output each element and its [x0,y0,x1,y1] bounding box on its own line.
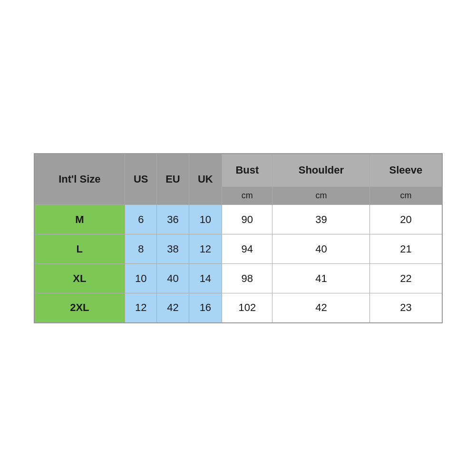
uk-header: UK [189,154,222,205]
shoulder-unit: cm [272,187,370,205]
sleeve-m: 20 [370,205,442,234]
size-chart-table: Int'l Size US EU UK Bust Shoulder Sleeve… [34,153,443,323]
eu-header: EU [157,154,189,205]
intl-size-xl: XL [34,264,125,293]
sleeve-header: Sleeve [370,154,442,187]
table-row: L 8 38 12 94 40 21 [34,234,442,264]
intl-size-2xl: 2XL [34,293,125,323]
us-size-m: 6 [125,205,157,234]
us-size-l: 8 [125,234,157,264]
bust-m: 90 [222,205,272,234]
shoulder-xl: 41 [272,264,370,293]
table-row: 2XL 12 42 16 102 42 23 [34,293,442,323]
uk-size-2xl: 16 [189,293,222,323]
uk-size-m: 10 [189,205,222,234]
eu-size-xl: 40 [157,264,189,293]
shoulder-header: Shoulder [272,154,370,187]
sleeve-unit: cm [370,187,442,205]
sleeve-xl: 22 [370,264,442,293]
intl-size-header: Int'l Size [34,154,125,205]
us-header: US [125,154,157,205]
table-row: M 6 36 10 90 39 20 [34,205,442,234]
bust-2xl: 102 [222,293,272,323]
size-chart-container: Int'l Size US EU UK Bust Shoulder Sleeve… [34,153,443,323]
bust-unit: cm [222,187,272,205]
us-size-xl: 10 [125,264,157,293]
uk-size-l: 12 [189,234,222,264]
table-header-row: Int'l Size US EU UK Bust Shoulder Sleeve [34,154,442,187]
bust-header: Bust [222,154,272,187]
shoulder-2xl: 42 [272,293,370,323]
intl-size-m: M [34,205,125,234]
eu-size-2xl: 42 [157,293,189,323]
shoulder-m: 39 [272,205,370,234]
table-row: XL 10 40 14 98 41 22 [34,264,442,293]
eu-size-l: 38 [157,234,189,264]
uk-size-xl: 14 [189,264,222,293]
sleeve-l: 21 [370,234,442,264]
eu-size-m: 36 [157,205,189,234]
us-size-2xl: 12 [125,293,157,323]
intl-size-l: L [34,234,125,264]
bust-xl: 98 [222,264,272,293]
shoulder-l: 40 [272,234,370,264]
sleeve-2xl: 23 [370,293,442,323]
bust-l: 94 [222,234,272,264]
